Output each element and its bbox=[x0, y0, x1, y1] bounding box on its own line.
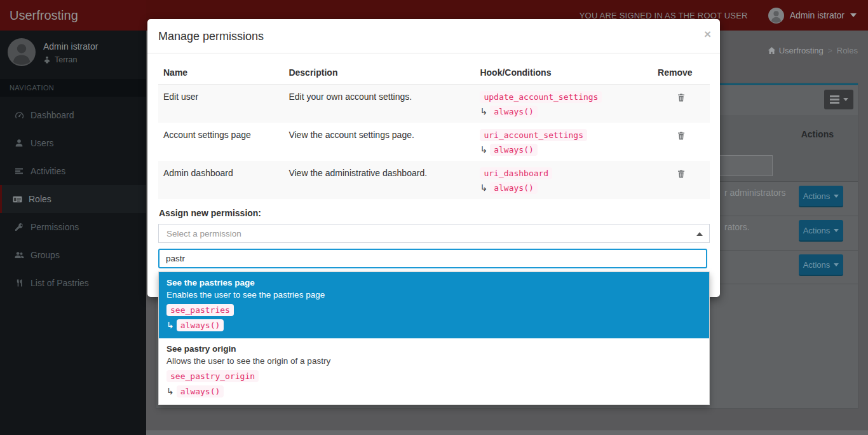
sidebar-user-group: Terran bbox=[43, 55, 98, 64]
user-menu-name: Admin istrator bbox=[790, 10, 844, 20]
branch-arrow-icon: ↳ bbox=[166, 320, 174, 330]
sidebar-item-list-of-pastries[interactable]: List of Pastries bbox=[0, 269, 146, 297]
branch-arrow-icon: ↳ bbox=[480, 183, 487, 193]
option-description: Allows the user to see the origin of a p… bbox=[166, 356, 702, 366]
sidebar-item-label: Groups bbox=[31, 250, 60, 260]
hook-code: see_pastries bbox=[166, 304, 234, 316]
page-footer bbox=[146, 431, 868, 435]
actions-column-header: Actions bbox=[801, 129, 834, 139]
sidebar-item-label: Activities bbox=[31, 166, 65, 176]
row-actions-button[interactable]: Actions bbox=[799, 254, 843, 276]
user-icon bbox=[14, 139, 24, 148]
modal-header: Manage permissions × bbox=[147, 19, 720, 53]
dropdown-option-see-pastry-origin[interactable]: See pastry origin Allows the user to see… bbox=[159, 338, 709, 404]
permission-hook: uri_account_settings ↳always() bbox=[475, 123, 653, 161]
sidebar-item-label: Roles bbox=[29, 194, 51, 204]
sidebar-item-groups[interactable]: Groups bbox=[0, 241, 146, 269]
home-icon bbox=[768, 46, 776, 55]
trash-icon[interactable] bbox=[677, 93, 686, 102]
column-header-hook: Hook/Conditions bbox=[475, 61, 653, 85]
trash-icon[interactable] bbox=[677, 131, 686, 141]
row-text-fragment: r administrators bbox=[724, 188, 785, 198]
branch-arrow-icon: ↳ bbox=[480, 106, 487, 116]
option-title: See pastry origin bbox=[166, 344, 702, 354]
list-icon bbox=[14, 167, 24, 176]
chevron-down-icon bbox=[834, 263, 839, 266]
option-description: Enables the user to see the pastries pag… bbox=[166, 290, 702, 300]
column-header-name: Name bbox=[158, 61, 283, 85]
sidebar-item-permissions[interactable]: Permissions bbox=[0, 213, 146, 241]
panel-menu-button[interactable] bbox=[824, 90, 853, 109]
select-placeholder: Select a permission bbox=[166, 229, 241, 238]
condition-code: always() bbox=[177, 385, 224, 397]
permission-name: Edit user bbox=[158, 85, 283, 123]
assign-permission-label: Assign new permission: bbox=[159, 208, 710, 218]
group-icon bbox=[43, 56, 51, 64]
row-actions-button[interactable]: Actions bbox=[799, 220, 843, 242]
hook-code: uri_dashboard bbox=[480, 167, 552, 179]
permission-description: View the administrative dashboard. bbox=[283, 161, 475, 199]
breadcrumb-separator: > bbox=[828, 46, 832, 55]
avatar bbox=[768, 8, 784, 24]
chevron-down-icon bbox=[843, 98, 848, 101]
permission-search-input[interactable] bbox=[158, 249, 707, 268]
sidebar-item-users[interactable]: Users bbox=[0, 129, 146, 157]
branch-arrow-icon: ↳ bbox=[480, 144, 487, 155]
modal-title: Manage permissions bbox=[158, 30, 710, 43]
column-header-remove: Remove bbox=[653, 61, 710, 85]
option-title: See the pastries page bbox=[166, 278, 702, 287]
close-icon[interactable]: × bbox=[704, 28, 711, 40]
branch-arrow-icon: ↳ bbox=[166, 386, 174, 396]
avatar bbox=[8, 38, 36, 66]
permission-select[interactable]: Select a permission bbox=[158, 224, 710, 243]
table-row: Admin dashboard View the administrative … bbox=[158, 161, 710, 199]
sidebar-user-panel: Admin istrator Terran bbox=[0, 31, 146, 74]
permissions-table: Name Description Hook/Conditions Remove … bbox=[158, 61, 710, 199]
chevron-down-icon bbox=[834, 195, 839, 198]
sidebar-user-group-label: Terran bbox=[55, 55, 77, 64]
trash-icon[interactable] bbox=[677, 169, 686, 179]
cutlery-icon bbox=[14, 279, 24, 287]
modal-body: Name Description Hook/Conditions Remove … bbox=[147, 53, 720, 243]
users-icon bbox=[14, 251, 24, 260]
permission-hook: update_account_settings ↳always() bbox=[475, 85, 653, 123]
chevron-up-icon bbox=[696, 232, 703, 236]
sidebar-item-dashboard[interactable]: Dashboard bbox=[0, 101, 146, 129]
sidebar-item-label: List of Pastries bbox=[31, 278, 89, 288]
hook-code: update_account_settings bbox=[480, 91, 602, 103]
nav-section-label: NAVIGATION bbox=[0, 79, 146, 97]
dashboard-icon bbox=[14, 111, 24, 120]
brand-logo[interactable]: Userfrosting bbox=[0, 0, 146, 31]
dropdown-option-see-pastries[interactable]: See the pastries page Enables the user t… bbox=[159, 272, 709, 338]
permission-dropdown-list: See the pastries page Enables the user t… bbox=[158, 272, 710, 405]
breadcrumb-home-label: Userfrosting bbox=[779, 46, 824, 55]
nav-menu: Dashboard Users Activities Roles Permiss… bbox=[0, 97, 146, 297]
chevron-down-icon bbox=[850, 13, 857, 17]
row-text-fragment: rators. bbox=[724, 222, 750, 232]
sidebar: Admin istrator Terran NAVIGATION Dashboa… bbox=[0, 31, 146, 435]
id-card-icon bbox=[12, 195, 22, 204]
condition-code: always() bbox=[490, 182, 538, 194]
sidebar-item-label: Users bbox=[31, 138, 54, 148]
hook-code: see_pastry_origin bbox=[166, 370, 259, 382]
sidebar-user-name: Admin istrator bbox=[43, 41, 98, 52]
hamburger-icon bbox=[830, 99, 839, 100]
permission-description: View the account settings page. bbox=[283, 123, 475, 161]
condition-code: always() bbox=[490, 106, 538, 118]
breadcrumb-current: Roles bbox=[837, 46, 858, 55]
breadcrumb-home-link[interactable]: Userfrosting bbox=[768, 46, 824, 55]
key-icon bbox=[14, 223, 24, 231]
condition-code: always() bbox=[490, 144, 538, 156]
table-row: Edit user Edit your own account settings… bbox=[158, 85, 710, 123]
sidebar-item-activities[interactable]: Activities bbox=[0, 157, 146, 185]
permission-name: Admin dashboard bbox=[158, 161, 283, 199]
table-row: Account settings page View the account s… bbox=[158, 123, 710, 161]
breadcrumb: Userfrosting > Roles bbox=[768, 46, 858, 55]
user-menu-button[interactable]: Admin istrator bbox=[768, 8, 857, 24]
chevron-down-icon bbox=[834, 229, 839, 232]
sidebar-item-label: Permissions bbox=[31, 222, 79, 232]
sidebar-item-roles[interactable]: Roles bbox=[0, 185, 146, 213]
permission-description: Edit your own account settings. bbox=[283, 85, 475, 123]
row-actions-button[interactable]: Actions bbox=[799, 186, 843, 207]
condition-code: always() bbox=[177, 319, 224, 331]
